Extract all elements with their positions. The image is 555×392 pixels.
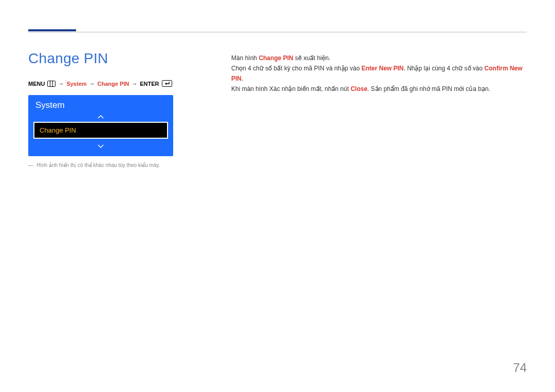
arrow-right-icon: → [58, 81, 64, 87]
breadcrumb-menu: MENU [28, 81, 45, 87]
osd-header-title: System [35, 100, 65, 110]
menu-grid-icon [47, 81, 55, 87]
body-line-1: Màn hình Change PIN sẽ xuất hiện. [231, 53, 527, 63]
emphasis-enter-new-pin: Enter New PIN [361, 65, 403, 72]
osd-item-label: Change PIN [40, 126, 76, 134]
emphasis-change-pin: Change PIN [258, 54, 293, 62]
chevron-down-icon[interactable] [28, 143, 173, 149]
arrow-right-icon: → [132, 81, 137, 87]
accent-bar [28, 29, 76, 31]
body-line-2: Chọn 4 chữ số bất kỳ cho mã PIN và nhập … [231, 63, 527, 84]
body-line-3: Khi màn hình Xác nhận biến mất, nhấn nút… [231, 84, 527, 94]
osd-panel: System Change PIN [28, 95, 173, 156]
osd-selected-item[interactable]: Change PIN [33, 122, 168, 139]
breadcrumb-enter: ENTER [140, 81, 159, 87]
enter-return-icon [162, 80, 172, 87]
chevron-up-icon[interactable] [28, 114, 173, 120]
divider-line [28, 32, 527, 32]
breadcrumb-change-pin: Change PIN [98, 81, 130, 87]
page-number: 74 [513, 361, 527, 375]
page-title: Change PIN [28, 50, 108, 67]
breadcrumb-system: System [66, 81, 86, 87]
emphasis-close: Close [350, 85, 367, 92]
svg-rect-0 [48, 81, 55, 86]
arrow-right-icon: → [89, 81, 95, 87]
disclaimer-text: ―Hình ảnh hiển thị có thể khác nhau tùy … [28, 162, 160, 168]
body-paragraph: Màn hình Change PIN sẽ xuất hiện. Chọn 4… [231, 53, 527, 94]
breadcrumb: MENU → System → Change PIN → ENTER [28, 80, 172, 87]
